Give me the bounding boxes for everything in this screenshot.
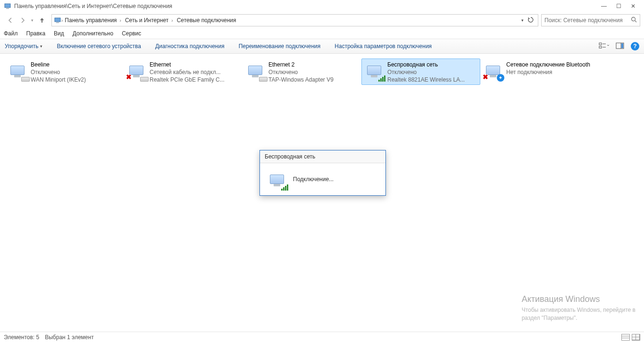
ethernet-icon: ✖ <box>127 61 146 80</box>
bluetooth-icon: ✖⌖ <box>484 61 502 80</box>
connection-device: TAP-Windows Adapter V9 <box>268 76 334 83</box>
connection-name: Beeline <box>31 61 86 68</box>
searchbox[interactable] <box>541 14 640 26</box>
toolbar: Упорядочить▾ Включение сетевого устройст… <box>0 39 644 54</box>
up-button[interactable] <box>38 17 46 24</box>
view-options-button[interactable] <box>599 42 609 51</box>
app-icon <box>4 2 11 10</box>
refresh-button[interactable] <box>527 17 534 25</box>
menu-edit[interactable]: Правка <box>26 30 46 37</box>
svg-rect-1 <box>6 8 9 9</box>
navbar: ▾ › Панель управления› Сеть и Интернет› … <box>0 12 644 28</box>
connection-device: WAN Miniport (IKEv2) <box>31 76 86 83</box>
connection-name: Ethernet 2 <box>268 61 334 68</box>
close-button[interactable]: ✕ <box>631 3 636 9</box>
forward-button[interactable] <box>19 17 26 24</box>
menu-view[interactable]: Вид <box>54 30 64 37</box>
connection-status: Отключено <box>31 68 86 76</box>
connection-name: Беспроводная сеть <box>387 61 465 68</box>
preview-pane-button[interactable] <box>616 42 624 50</box>
connection-settings-button[interactable]: Настройка параметров подключения <box>335 43 432 50</box>
connection-item[interactable]: ✖EthernetСетевой кабель не подкл...Realt… <box>124 58 243 85</box>
selection-status: Выбран 1 элемент <box>45 334 93 341</box>
watermark-line: раздел "Параметры". <box>522 314 636 322</box>
svg-rect-3 <box>56 22 59 23</box>
control-panel-icon <box>54 17 61 24</box>
address-dropdown[interactable]: ▾ <box>521 18 524 23</box>
search-icon[interactable] <box>631 17 637 24</box>
connection-status: Сетевой кабель не подкл... <box>150 68 225 76</box>
statusbar: Элементов: 5 Выбран 1 элемент <box>0 332 644 342</box>
breadcrumb-item[interactable]: Сетевые подключения <box>175 17 238 24</box>
connection-name: Сетевое подключение Bluetooth <box>506 61 590 68</box>
dialog-title: Беспроводная сеть <box>260 150 385 163</box>
svg-point-4 <box>632 17 636 21</box>
svg-rect-6 <box>599 43 602 45</box>
breadcrumb-item[interactable]: Сеть и Интернет› <box>123 17 175 24</box>
help-button[interactable]: ? <box>631 42 639 50</box>
rename-button[interactable]: Переименование подключения <box>239 43 321 50</box>
svg-rect-12 <box>621 43 623 48</box>
dialog-status: Подключение... <box>293 176 334 183</box>
connection-status: Отключено <box>387 68 465 76</box>
menubar: Файл Правка Вид Дополнительно Сервис <box>0 28 644 39</box>
minimize-button[interactable]: — <box>601 3 607 9</box>
breadcrumb-item[interactable]: Панель управления› <box>63 17 123 24</box>
back-button[interactable] <box>7 17 14 24</box>
connection-item[interactable]: BeelineОтключеноWAN Miniport (IKEv2) <box>5 58 124 85</box>
menu-extra[interactable]: Дополнительно <box>73 30 113 37</box>
menu-service[interactable]: Сервис <box>122 30 141 37</box>
organize-button[interactable]: Упорядочить▾ <box>5 43 42 50</box>
content-view-button[interactable] <box>621 334 630 341</box>
connecting-dialog: Беспроводная сеть Подключение... <box>259 150 386 196</box>
ethernet-icon <box>246 61 265 80</box>
connection-device: Realtek 8821AE Wireless LA... <box>387 76 465 83</box>
connection-device: Realtek PCIe GbE Family C... <box>150 76 225 83</box>
enable-device-button[interactable]: Включение сетевого устройства <box>57 43 141 50</box>
maximize-button[interactable]: ☐ <box>616 3 621 9</box>
wifi-icon <box>365 61 384 80</box>
svg-rect-7 <box>599 46 602 48</box>
svg-rect-2 <box>55 18 60 22</box>
connection-list: BeelineОтключеноWAN Miniport (IKEv2)✖Eth… <box>0 54 644 90</box>
svg-line-5 <box>635 21 637 23</box>
connection-item[interactable]: Ethernet 2ОтключеноTAP-Windows Adapter V… <box>243 58 361 85</box>
activation-watermark: Активация Windows Чтобы активировать Win… <box>522 293 636 322</box>
details-view-button[interactable] <box>632 334 640 341</box>
connection-item[interactable]: ✖⌖Сетевое подключение BluetoothНет подкл… <box>480 58 599 85</box>
wifi-icon <box>268 170 286 189</box>
watermark-line: Чтобы активировать Windows, перейдите в <box>522 306 636 314</box>
recent-dropdown[interactable]: ▾ <box>31 18 33 23</box>
menu-file[interactable]: Файл <box>4 30 18 37</box>
titlebar: Панель управления\Сеть и Интернет\Сетевы… <box>0 0 644 12</box>
diagnose-button[interactable]: Диагностика подключения <box>155 43 225 50</box>
vpn-icon <box>8 61 27 80</box>
item-count: Элементов: 5 <box>4 334 39 341</box>
connection-name: Ethernet <box>150 61 225 68</box>
svg-rect-0 <box>5 4 10 8</box>
connection-status: Отключено <box>268 68 334 76</box>
window-title: Панель управления\Сеть и Интернет\Сетевы… <box>14 3 172 9</box>
search-input[interactable] <box>544 17 628 24</box>
watermark-title: Активация Windows <box>522 293 636 305</box>
addressbar[interactable]: › Панель управления› Сеть и Интернет› Се… <box>51 14 538 26</box>
connection-item[interactable]: Беспроводная сетьОтключеноRealtek 8821AE… <box>361 58 480 85</box>
connection-status: Нет подключения <box>506 68 590 76</box>
